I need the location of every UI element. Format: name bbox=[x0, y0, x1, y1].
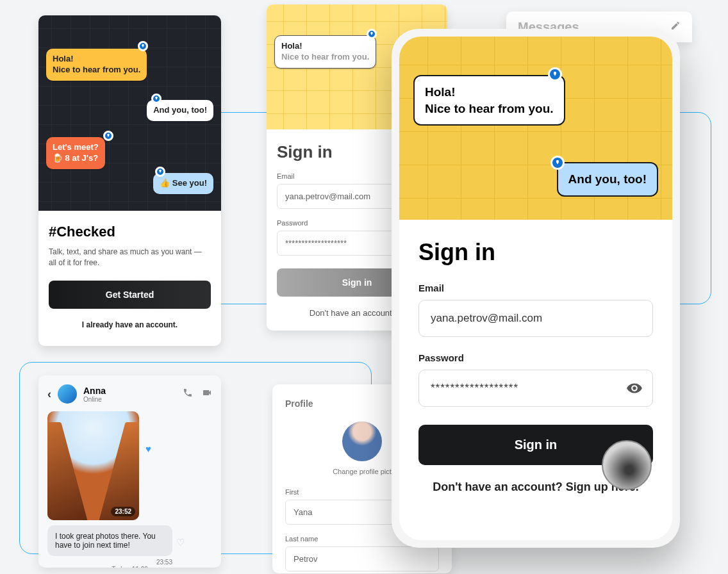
signin-title: Sign in bbox=[418, 239, 653, 266]
bubble-text: 🍺 8 at J's? bbox=[53, 153, 98, 163]
bubble-text: Let's meet? bbox=[53, 142, 99, 152]
chat-card: ‹ Anna Online 23:52 ♥ I took great photo… bbox=[38, 375, 221, 568]
bubble-text: And you, too! bbox=[568, 172, 647, 186]
bubble-text: Hola! bbox=[425, 85, 456, 99]
pin-icon bbox=[138, 41, 148, 51]
bubble-text: Nice to hear from you. bbox=[281, 52, 369, 62]
welcome-desc: Talk, text, and share as much as you wan… bbox=[49, 247, 211, 269]
contact-status: Online bbox=[83, 396, 106, 403]
photo-message[interactable]: 23:52 bbox=[47, 411, 139, 520]
password-field[interactable] bbox=[418, 370, 653, 407]
pin-icon bbox=[550, 156, 565, 170]
email-field[interactable] bbox=[418, 300, 653, 337]
bubble-text: Nice to hear from you. bbox=[53, 65, 140, 74]
pin-icon bbox=[548, 67, 562, 81]
chat-bubble: Hola! Nice to hear from you. bbox=[274, 35, 376, 69]
message-timestamp: 23:53 bbox=[47, 559, 172, 566]
video-icon[interactable] bbox=[202, 388, 212, 400]
chat-bubble: Hola! Nice to hear from you. bbox=[413, 75, 565, 126]
day-divider: Today, 11:00 bbox=[47, 566, 212, 568]
pin-icon bbox=[367, 29, 377, 39]
bubble-text: 👍 See you! bbox=[160, 178, 207, 188]
compose-icon[interactable] bbox=[670, 20, 681, 33]
get-started-button[interactable]: Get Started bbox=[49, 281, 211, 309]
bubble-text: Hola! bbox=[281, 41, 302, 51]
profile-avatar[interactable] bbox=[342, 422, 382, 461]
pin-icon bbox=[155, 167, 165, 177]
welcome-title: #Checked bbox=[49, 224, 211, 240]
photo-timestamp: 23:52 bbox=[111, 507, 135, 516]
phone-mock: Hola! Nice to hear from you. And you, to… bbox=[392, 29, 680, 548]
bubble-text: And you, too! bbox=[153, 105, 207, 115]
bubble-text: Hola! bbox=[53, 54, 74, 63]
avatar[interactable] bbox=[58, 384, 77, 404]
message-bubble: I took great photos there. You have to j… bbox=[47, 525, 172, 556]
phone-screen: Hola! Nice to hear from you. And you, to… bbox=[399, 37, 672, 540]
last-name-field[interactable] bbox=[285, 546, 439, 571]
password-label: Password bbox=[418, 352, 653, 363]
have-account-link[interactable]: I already have an account. bbox=[49, 320, 211, 329]
pin-icon bbox=[103, 131, 113, 141]
phone-icon[interactable] bbox=[183, 388, 193, 400]
contact-name: Anna bbox=[83, 386, 106, 396]
eye-icon[interactable] bbox=[626, 380, 643, 399]
chat-bubble: And you, too! bbox=[557, 162, 658, 197]
pin-icon bbox=[151, 94, 161, 104]
email-label: Email bbox=[418, 283, 653, 293]
chat-header: ‹ Anna Online bbox=[47, 384, 212, 404]
chat-bubble-1: Hola! Nice to hear from you. bbox=[46, 49, 147, 81]
welcome-card: Hola! Nice to hear from you. And you, to… bbox=[38, 15, 221, 346]
thumbprint-cursor bbox=[602, 440, 652, 490]
bubble-text: Nice to hear from you. bbox=[425, 102, 554, 115]
heart-icon[interactable]: ♥ bbox=[145, 443, 151, 454]
chat-bubble-3: Let's meet? 🍺 8 at J's? bbox=[46, 137, 105, 169]
signin-hero-big: Hola! Nice to hear from you. And you, to… bbox=[399, 37, 672, 220]
welcome-hero: Hola! Nice to hear from you. And you, to… bbox=[38, 15, 221, 211]
heart-outline-icon[interactable]: ♡ bbox=[176, 537, 185, 548]
back-icon[interactable]: ‹ bbox=[47, 388, 51, 401]
